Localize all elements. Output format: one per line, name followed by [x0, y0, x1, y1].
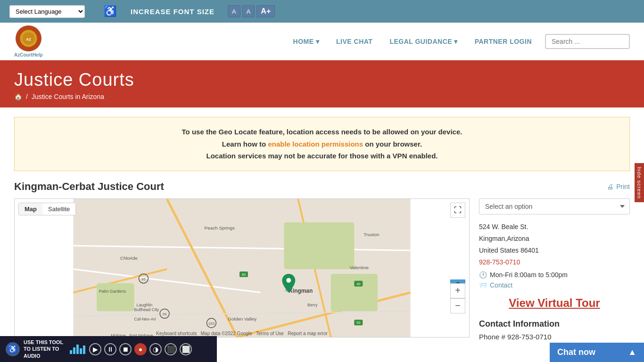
map-attribution: Keyboard shortcuts Map data ©2022 Google…: [156, 331, 327, 336]
contrast-button[interactable]: ◑: [149, 343, 162, 351]
svg-point-41: [286, 278, 291, 282]
svg-text:Valentine: Valentine: [349, 264, 369, 270]
bar5: [83, 346, 85, 351]
nav-bar: AZ AzCourtHelp HOME ▾ LIVE CHAT LEGAL GU…: [0, 23, 644, 60]
accessibility-tool-label: USE THIS TOOL TO LISTEN TO AUDIO: [24, 339, 66, 350]
address-line3: United States 86401: [479, 245, 630, 256]
record-button[interactable]: ●: [134, 343, 147, 351]
notice-box: To use the Geo Locate feature, location …: [14, 117, 630, 171]
nav-links: HOME ▾ LIVE CHAT LEGAL GUIDANCE ▾ PARTNE…: [285, 34, 630, 49]
option-select[interactable]: Select an option: [479, 198, 630, 214]
bar1: [70, 350, 72, 351]
play-button[interactable]: ▶: [89, 343, 101, 351]
svg-text:93: 93: [356, 321, 361, 325]
svg-text:Cal-Nev-Ari: Cal-Nev-Ari: [134, 317, 156, 321]
nav-partner-login-label: PARTNER LOGIN: [475, 38, 532, 45]
svg-text:95: 95: [141, 277, 146, 281]
contact-row[interactable]: 📨 Contact: [479, 281, 630, 289]
map-fullscreen-button[interactable]: ⛶: [450, 203, 465, 218]
print-label: Print: [616, 183, 630, 190]
svg-text:Golden Valley: Golden Valley: [228, 316, 256, 321]
logo-text: AzCourtHelp: [14, 52, 43, 58]
court-title: Kingman-Cerbat Justice Court: [14, 181, 164, 193]
svg-text:AZ: AZ: [26, 37, 31, 41]
map-zoom-buttons: + −: [450, 283, 465, 313]
print-icon: 🖨: [607, 183, 613, 190]
breadcrumb: 🏠 / Justice Courts in Arizona: [14, 93, 630, 100]
phone-row: Phone # 928-753-0710: [479, 333, 630, 341]
info-column: Select an option 524 W. Beale St. Kingma…: [479, 198, 630, 341]
bar2: [73, 347, 75, 351]
phone-label: Phone #: [479, 333, 505, 341]
court-header: Kingman-Cerbat Justice Court 🖨 Print: [14, 181, 630, 193]
svg-text:Palm Gardens: Palm Gardens: [99, 288, 126, 293]
notice-line1: To use the Geo Locate feature, location …: [24, 126, 620, 138]
phone-link[interactable]: 928-753-0710: [479, 258, 520, 266]
nav-legal-guidance[interactable]: LEGAL GUIDANCE ▾: [381, 38, 466, 45]
bar3: [76, 345, 79, 351]
svg-rect-14: [97, 283, 134, 311]
nav-partner-login[interactable]: PARTNER LOGIN: [466, 38, 540, 45]
breadcrumb-separator: /: [26, 93, 28, 100]
chat-bar[interactable]: Chat now ▲: [550, 343, 644, 350]
map-zoom-in-button[interactable]: +: [450, 283, 465, 298]
notice-line3: Location services may not be accurate fo…: [24, 150, 620, 162]
audio-controls: ▶ ⏸ ⏹ ● ◑ ⬛ ⬜: [89, 343, 192, 351]
search-input[interactable]: [545, 34, 630, 49]
accessibility-toolbar: ♿ USE THIS TOOL TO LISTEN TO AUDIO ▶ ⏸ ⏹…: [0, 336, 217, 350]
telegram-icon: 📨: [479, 281, 487, 289]
address-block: 524 W. Beale St. Kingman,Arizona United …: [479, 221, 630, 269]
svg-text:93: 93: [163, 312, 167, 316]
pause-button[interactable]: ⏸: [104, 343, 116, 351]
nav-legal-guidance-label: LEGAL GUIDANCE: [389, 38, 452, 45]
invert-button[interactable]: ⬛: [165, 343, 177, 351]
increase-font-label: INCREASE FONT SIZE: [131, 8, 215, 16]
clock-icon: 🕐: [479, 271, 487, 279]
legal-guidance-chevron-icon: ▾: [454, 38, 458, 45]
language-select[interactable]: Select Language: [9, 5, 85, 18]
address-line2: Kingman,Arizona: [479, 233, 630, 245]
hours-text: Mon-Fri 8:00am to 5:00pm: [490, 271, 568, 279]
breadcrumb-current: Justice Courts in Arizona: [32, 93, 104, 100]
grayscale-button[interactable]: ⬜: [180, 343, 192, 351]
svg-text:Berry: Berry: [307, 303, 318, 307]
svg-text:40: 40: [242, 272, 246, 276]
nav-home[interactable]: HOME ▾: [285, 38, 328, 45]
contact-label: Contact: [490, 281, 512, 289]
hero-section: Justice Courts 🏠 / Justice Courts in Ari…: [0, 60, 644, 107]
main-content: Kingman-Cerbat Justice Court 🖨 Print: [0, 181, 644, 351]
breadcrumb-home-link[interactable]: 🏠: [14, 93, 22, 100]
chat-expand-icon: ▲: [628, 347, 636, 350]
home-icon: 🏠: [14, 93, 22, 100]
svg-text:Truxton: Truxton: [363, 232, 379, 237]
nav-home-label: HOME: [293, 38, 314, 45]
chat-label: Chat now: [557, 347, 595, 350]
map-type-satellite-button[interactable]: Satellite: [42, 203, 75, 215]
contact-info-heading: Contact Information: [479, 319, 630, 329]
map-container[interactable]: Peach Springs Truxton Valentine Chloride…: [14, 198, 470, 337]
fullscreen-icon: ⛶: [454, 206, 462, 214]
notice-line2-suffix: on your browser.: [365, 140, 422, 148]
map-zoom-out-button[interactable]: −: [450, 298, 465, 313]
nav-live-chat[interactable]: LIVE CHAT: [328, 38, 381, 45]
home-chevron-icon: ▾: [316, 38, 320, 45]
map-type-map-button[interactable]: Map: [19, 203, 42, 215]
svg-rect-13: [331, 273, 378, 311]
virtual-tour-link[interactable]: View Virtual Tour: [479, 296, 630, 310]
accessibility-tool-icon: ♿: [6, 342, 20, 351]
logo[interactable]: AZ AzCourtHelp: [14, 25, 43, 58]
print-button[interactable]: 🖨 Print: [607, 183, 630, 190]
svg-text:40: 40: [356, 281, 361, 286]
logo-circle: AZ: [16, 25, 41, 51]
stop-button[interactable]: ⏹: [119, 343, 132, 351]
hours-row: 🕐 Mon-Fri 8:00am to 5:00pm: [479, 271, 630, 279]
font-size-large-button[interactable]: A+: [256, 5, 275, 17]
notice-line2-prefix: Learn how to: [222, 140, 266, 148]
svg-text:163: 163: [208, 321, 215, 326]
font-size-small-button[interactable]: A: [228, 5, 240, 17]
hide-screen-tab[interactable]: hide screen: [635, 163, 644, 203]
font-size-medium-button[interactable]: A: [242, 5, 255, 17]
top-bar: Select Language ♿ INCREASE FONT SIZE A A…: [0, 0, 644, 23]
map-svg: Peach Springs Truxton Valentine Chloride…: [15, 199, 469, 337]
enable-location-link[interactable]: enable location permissions: [268, 140, 363, 148]
